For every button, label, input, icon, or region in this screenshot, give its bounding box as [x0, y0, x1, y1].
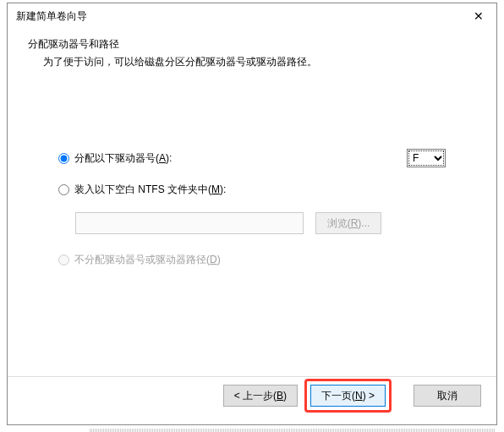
mount-ntfs-radio[interactable] [58, 184, 69, 195]
assign-letter-text: 分配以下驱动器号(A): [74, 151, 172, 166]
wizard-dialog: 新建简单卷向导 ✕ 分配驱动器号和路径 为了便于访问，可以给磁盘分区分配驱动器号… [7, 3, 497, 425]
next-button[interactable]: 下一页(N) > [310, 385, 386, 407]
no-assign-radio-label[interactable]: 不分配驱动器号或驱动器路径(D) [58, 253, 221, 267]
close-icon: ✕ [474, 9, 484, 23]
drive-letter-select[interactable]: F [407, 149, 446, 167]
header-section: 分配驱动器号和路径 为了便于访问，可以给磁盘分区分配驱动器号或驱动器路径。 [8, 29, 496, 73]
titlebar: 新建简单卷向导 ✕ [8, 3, 496, 29]
header-description: 为了便于访问，可以给磁盘分区分配驱动器号或驱动器路径。 [28, 55, 486, 69]
button-bar: < 上一步(B) 下一页(N) > 取消 [223, 379, 481, 413]
assign-letter-row: 分配以下驱动器号(A): F [58, 149, 446, 167]
mount-ntfs-row: 装入以下空白 NTFS 文件夹中(M): [58, 183, 446, 197]
assign-letter-radio-label[interactable]: 分配以下驱动器号(A): [58, 151, 172, 166]
content-area: 分配以下驱动器号(A): F 装入以下空白 NTFS 文件夹中(M): 浏览(R… [8, 73, 496, 299]
mount-path-input [75, 212, 304, 234]
bottom-decoration [90, 429, 496, 432]
mount-ntfs-text: 装入以下空白 NTFS 文件夹中(M): [74, 183, 226, 197]
no-assign-row: 不分配驱动器号或驱动器路径(D) [58, 253, 446, 267]
no-assign-text: 不分配驱动器号或驱动器路径(D) [74, 253, 221, 267]
header-title: 分配驱动器号和路径 [28, 37, 486, 52]
mount-path-row: 浏览(R)... [75, 212, 446, 234]
cancel-button[interactable]: 取消 [414, 385, 481, 407]
back-button[interactable]: < 上一步(B) [223, 385, 298, 407]
mount-ntfs-radio-label[interactable]: 装入以下空白 NTFS 文件夹中(M): [58, 183, 226, 197]
assign-letter-radio[interactable] [58, 153, 69, 164]
no-assign-radio [58, 254, 69, 265]
next-highlight: 下一页(N) > [304, 379, 392, 413]
separator-line [8, 376, 496, 377]
browse-button: 浏览(R)... [315, 212, 381, 234]
dialog-title: 新建简单卷向导 [16, 9, 87, 24]
close-button[interactable]: ✕ [461, 3, 496, 29]
